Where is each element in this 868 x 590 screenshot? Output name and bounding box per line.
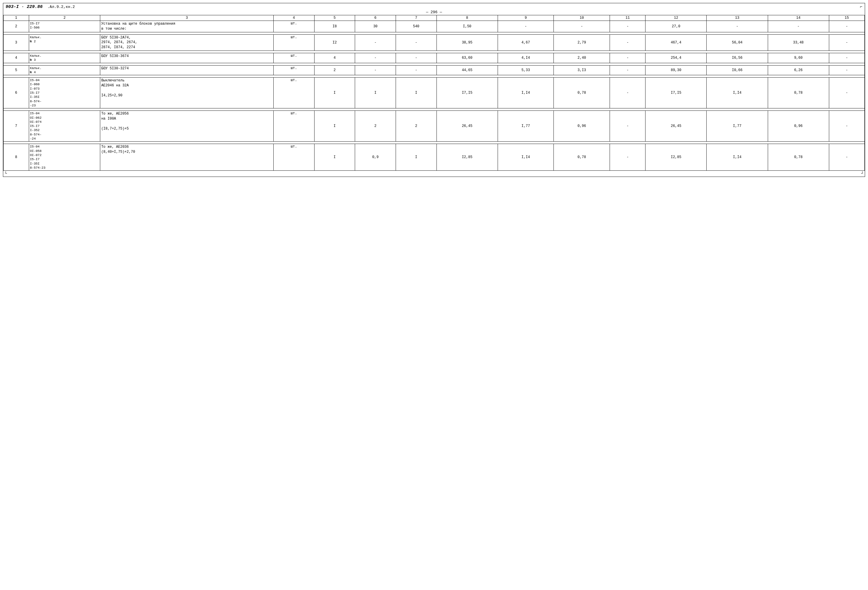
row-6-col-15: - [829, 111, 865, 142]
row-3-col-7: - [396, 53, 437, 63]
col-header-10: 10 [554, 15, 610, 21]
doc-ref: .Ал.9.2,кн.2 [47, 5, 75, 9]
row-4-col-1: 5 [3, 65, 29, 75]
row-2-col-1: 3 [3, 34, 29, 50]
row-6-col-2: I5-04 OI-062 OI-074 I5-I7 I-352 8-574- -… [29, 111, 100, 142]
row-3-col-8: 63,60 [437, 53, 497, 63]
table-row: 8I5-04 OI-058 OI-072 I5-I7 I-35I 8-574-2… [3, 144, 865, 171]
row-3-col-11: - [610, 53, 645, 63]
row-6-col-10: 0,96 [554, 111, 610, 142]
col-header-3: 3 [100, 15, 273, 21]
row-2-col-10: 2,79 [554, 34, 610, 50]
row-3-col-12: 254,4 [645, 53, 707, 63]
row-3-col-15: - [829, 53, 865, 63]
row-3-col-9: 4,I4 [497, 53, 554, 63]
row-3-col-13: I6,56 [707, 53, 768, 63]
row-4-col-10: 3,I3 [554, 65, 610, 75]
row-2-col-9: 4,67 [497, 34, 554, 50]
page-footer: └ ┘ [3, 171, 865, 177]
col-header-11: 11 [610, 15, 645, 21]
table-header-row: 1 2 3 4 5 6 7 8 9 10 11 12 13 14 15 [3, 15, 865, 21]
row-2-col-14: 33,48 [768, 34, 829, 50]
row-4-col-5: 2 [314, 65, 355, 75]
row-4-col-8: 44,65 [437, 65, 497, 75]
row-7-col-13: I,I4 [707, 144, 768, 171]
row-4-col-15: - [829, 65, 865, 75]
row-7-col-9: I,I4 [497, 144, 554, 171]
row-5-col-14: 0,78 [768, 78, 829, 108]
bottom-left-corner: └ [4, 171, 7, 176]
row-7-col-14: 0,78 [768, 144, 829, 171]
row-3-col-5: 4 [314, 53, 355, 63]
row-6-col-5: I [314, 111, 355, 142]
spacer-row [3, 32, 865, 34]
doc-number: 903-I · 229.86 [6, 4, 43, 9]
row-1-col-9: - [497, 21, 554, 32]
row-5-col-13: I,I4 [707, 78, 768, 108]
col-header-7: 7 [396, 15, 437, 21]
row-1-col-6: 30 [355, 21, 396, 32]
row-2-col-7: - [396, 34, 437, 50]
row-5-col-15: - [829, 78, 865, 108]
row-4-col-12: 89,30 [645, 65, 707, 75]
row-2-col-13: 56,04 [707, 34, 768, 50]
col-header-14: 14 [768, 15, 829, 21]
row-4-col-3: БОУ 5I30-3274 [100, 65, 273, 75]
spacer-row [3, 50, 865, 53]
col-header-1: 1 [3, 15, 29, 21]
row-5-col-5: I [314, 78, 355, 108]
row-6-col-6: 2 [355, 111, 396, 142]
col-header-9: 9 [497, 15, 554, 21]
row-1-col-14: - [768, 21, 829, 32]
row-5-col-10: 0,78 [554, 78, 610, 108]
table-row: 4Кальк. № 3БОУ 5I30-3674шт.4--63,604,I42… [3, 53, 865, 63]
row-3-col-14: 9,60 [768, 53, 829, 63]
row-7-col-15: - [829, 144, 865, 171]
row-5-col-11: - [610, 78, 645, 108]
row-1-col-15: - [829, 21, 865, 32]
col-header-2: 2 [29, 15, 100, 21]
main-table: 1 2 3 4 5 6 7 8 9 10 11 12 13 14 15 2I5-… [3, 15, 865, 171]
row-7-col-7: I [396, 144, 437, 171]
row-7-col-1: 8 [3, 144, 29, 171]
row-4-col-14: 6,26 [768, 65, 829, 75]
row-1-col-12: 27,0 [645, 21, 707, 32]
row-6-col-1: 7 [3, 111, 29, 142]
row-5-col-6: I [355, 78, 396, 108]
row-7-col-3: То же, АЕ2036 (8,40+I,75)+2,70 [100, 144, 273, 171]
col-header-6: 6 [355, 15, 396, 21]
spacer-row [3, 108, 865, 111]
row-1-col-2: I5-I7 I-506 [29, 21, 100, 32]
row-6-col-7: 2 [396, 111, 437, 142]
row-1-col-8: I,50 [437, 21, 497, 32]
row-1-col-7: 540 [396, 21, 437, 32]
row-1-col-4: шт. [273, 21, 314, 32]
row-4-col-13: I0,66 [707, 65, 768, 75]
row-3-col-6: - [355, 53, 396, 63]
row-2-col-4: шт. [273, 34, 314, 50]
row-2-col-12: 467,4 [645, 34, 707, 50]
row-3-col-10: 2,40 [554, 53, 610, 63]
table-row: 3Кальк. № 2БОУ 5I30-2А74, 2974, 2074, 26… [3, 34, 865, 50]
row-1-col-11: - [610, 21, 645, 32]
row-4-col-4: шт. [273, 65, 314, 75]
spacer-row [3, 63, 865, 65]
header-left: 903-I · 229.86 .Ал.9.2,кн.2 [6, 4, 75, 9]
page-header: 903-I · 229.86 .Ал.9.2,кн.2 ⌐ [3, 3, 865, 9]
row-7-col-11: - [610, 144, 645, 171]
row-2-col-6: - [355, 34, 396, 50]
row-1-col-1: 2 [3, 21, 29, 32]
row-7-col-8: I2,85 [437, 144, 497, 171]
row-7-col-2: I5-04 OI-058 OI-072 I5-I7 I-35I 8-574-23 [29, 144, 100, 171]
row-3-col-2: Кальк. № 3 [29, 53, 100, 63]
row-5-col-1: 6 [3, 78, 29, 108]
row-5-col-3: Выключатель АЕ2046 на 32А I4,25+2,90 [100, 78, 273, 108]
row-6-col-9: I,77 [497, 111, 554, 142]
row-1-col-3: Установка на щите блоков управления в то… [100, 21, 273, 32]
bottom-right-corner: ┘ [861, 171, 864, 176]
table-row: 5Кальк. № 4БОУ 5I30-3274шт.2--44,655,333… [3, 65, 865, 75]
row-4-col-9: 5,33 [497, 65, 554, 75]
row-2-col-2: Кальк. № 2 [29, 34, 100, 50]
row-5-col-4: шт. [273, 78, 314, 108]
row-5-col-2: I5-04 I-060 I-073 I5-I7 I-35I 8-574- -23 [29, 78, 100, 108]
